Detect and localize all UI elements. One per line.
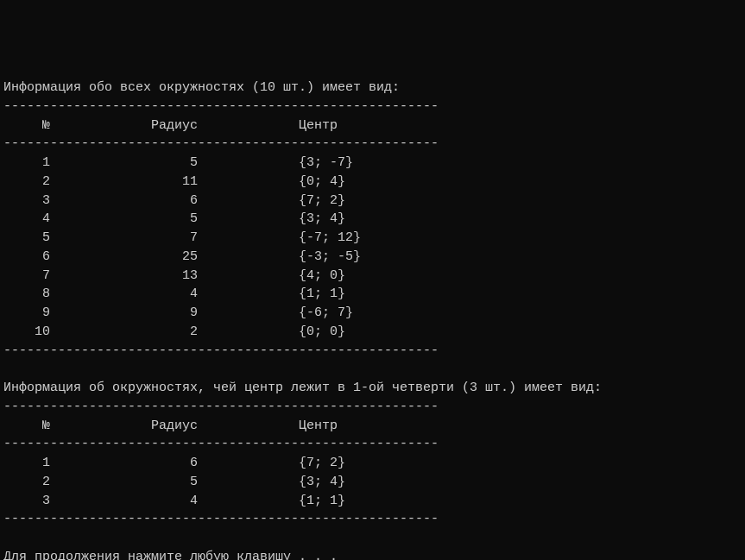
table-row: 9 9 {-6; 7} xyxy=(3,305,353,320)
section1-header: № Радиус Центр xyxy=(3,118,338,133)
table-row: 6 25 {-3; -5} xyxy=(3,249,361,264)
table-row: 3 6 {7; 2} xyxy=(3,193,345,208)
table-row: 4 5 {3; 4} xyxy=(3,211,345,226)
table-row: 2 5 {3; 4} xyxy=(3,475,345,489)
table-row: 1 6 {7; 2} xyxy=(3,456,345,470)
table-row: 2 11 {0; 4} xyxy=(3,174,345,189)
section2-separator-mid: ----------------------------------------… xyxy=(3,437,439,451)
section1-separator-mid: ----------------------------------------… xyxy=(3,136,439,151)
continue-prompt[interactable]: Для продолжения нажмите любую клавишу . … xyxy=(3,550,338,560)
section2-separator-bottom: ----------------------------------------… xyxy=(3,512,439,526)
section1-separator-top: ----------------------------------------… xyxy=(3,99,439,114)
section2-title: Информация об окружностях, чей центр леж… xyxy=(3,381,602,395)
section1-separator-bottom: ----------------------------------------… xyxy=(3,343,439,358)
table-row: 8 4 {1; 1} xyxy=(3,286,345,301)
section1-title: Информация обо всех окружностях (10 шт.)… xyxy=(3,80,400,95)
table-row: 1 5 {3; -7} xyxy=(3,155,353,170)
console-output: Информация обо всех окружностях (10 шт.)… xyxy=(3,79,742,560)
section2-header: № Радиус Центр xyxy=(3,418,338,433)
table-row: 3 4 {1; 1} xyxy=(3,494,345,508)
section2-separator-top: ----------------------------------------… xyxy=(3,400,439,414)
table-row: 5 7 {-7; 12} xyxy=(3,230,361,245)
table-row: 10 2 {0; 0} xyxy=(3,324,345,339)
table-row: 7 13 {4; 0} xyxy=(3,268,345,283)
